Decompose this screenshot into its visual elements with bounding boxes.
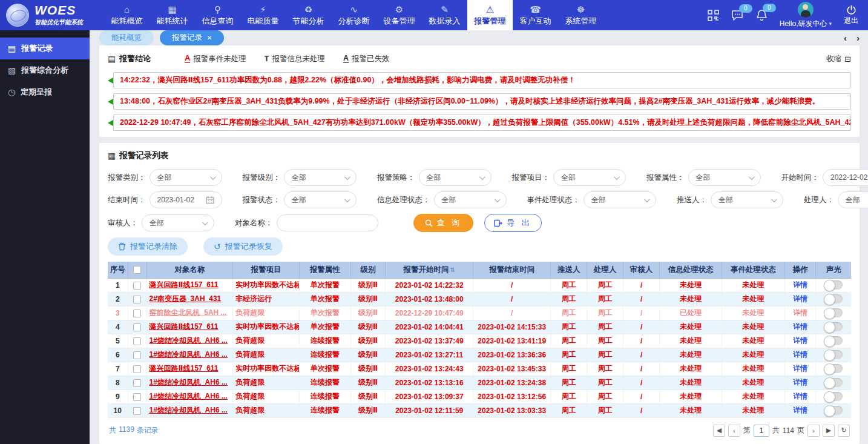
- object-name-link[interactable]: 潞兴回路Ⅱ线157_611: [150, 364, 219, 373]
- export-button[interactable]: 导 出: [484, 214, 542, 232]
- restore-records-button[interactable]: ↺ 报警记录恢复: [203, 237, 283, 256]
- filter-control[interactable]: 全部: [150, 169, 222, 186]
- row-checkbox[interactable]: [133, 323, 141, 331]
- filter-control[interactable]: 全部: [284, 191, 357, 208]
- alert-legend-item[interactable]: A 报警已失效: [343, 54, 390, 64]
- detail-link[interactable]: 详情: [793, 406, 807, 414]
- detail-link[interactable]: 详情: [793, 322, 807, 331]
- filter-control[interactable]: 全部: [711, 191, 783, 208]
- refresh-icon[interactable]: ↻: [838, 425, 850, 437]
- sound-light-toggle[interactable]: [824, 364, 843, 373]
- row-checkbox[interactable]: [133, 351, 141, 359]
- filter-control[interactable]: 全部: [419, 169, 492, 186]
- sort-icon[interactable]: ⇅: [450, 267, 455, 273]
- page-unit: 页: [797, 425, 804, 436]
- sound-light-toggle[interactable]: [824, 392, 843, 401]
- row-checkbox[interactable]: [133, 296, 141, 303]
- nav-item[interactable]: ▦ 能耗统计: [150, 0, 195, 30]
- first-page-button[interactable]: ◀: [713, 425, 725, 437]
- alert-legend-item[interactable]: A 报警事件未处理: [185, 54, 246, 64]
- filter-control[interactable]: 2022-12-02: [823, 169, 868, 186]
- nav-item[interactable]: ☸ 系统管理: [558, 0, 603, 30]
- sound-light-toggle[interactable]: [824, 308, 843, 317]
- filter-control[interactable]: 全部: [553, 169, 626, 186]
- sound-light-toggle[interactable]: [824, 378, 843, 387]
- row-checkbox[interactable]: [133, 282, 141, 290]
- detail-link[interactable]: 详情: [793, 350, 807, 359]
- row-checkbox[interactable]: [133, 365, 141, 373]
- nav-item[interactable]: ⚠ 报警管理: [467, 0, 513, 30]
- page-input[interactable]: 1: [754, 425, 769, 437]
- filter-control[interactable]: 全部: [688, 169, 761, 186]
- detail-link[interactable]: 详情: [793, 280, 807, 289]
- sound-light-toggle[interactable]: [824, 294, 843, 303]
- sound-light-toggle[interactable]: [824, 322, 843, 331]
- row-checkbox[interactable]: [133, 407, 141, 415]
- filter-control[interactable]: 全部: [284, 169, 357, 186]
- object-name-link[interactable]: 2#南变压器_3AH_431: [150, 294, 222, 303]
- object-name-link[interactable]: 潞兴回路Ⅱ线157_611: [150, 322, 219, 331]
- alert-legend-item[interactable]: T 报警信息未处理: [265, 54, 325, 64]
- filter-control[interactable]: 全部: [584, 191, 656, 208]
- search-button[interactable]: 查 询: [413, 214, 474, 232]
- detail-link[interactable]: 详情: [793, 308, 807, 317]
- row-checkbox[interactable]: [133, 310, 141, 317]
- nav-item[interactable]: ⚡ 电能质量: [240, 0, 286, 30]
- row-checkbox[interactable]: [133, 337, 141, 345]
- sound-light-toggle[interactable]: [824, 350, 843, 359]
- nav-item[interactable]: ☎ 客户互动: [513, 0, 558, 30]
- page-tab[interactable]: 能耗概览: [99, 30, 154, 45]
- object-name-link[interactable]: 窑前除尘北风机_5AH ...: [150, 308, 227, 317]
- sound-light-toggle[interactable]: [824, 406, 843, 415]
- object-name-link[interactable]: 1#烧结冷却风机_AH6 ...: [150, 336, 228, 345]
- qr-code-icon[interactable]: [708, 10, 719, 21]
- sidebar-item[interactable]: ▤ 报警记录: [0, 38, 90, 59]
- detail-link[interactable]: 详情: [793, 336, 807, 345]
- clear-records-button[interactable]: 报警记录清除: [108, 237, 188, 256]
- sound-light-toggle[interactable]: [824, 336, 843, 345]
- last-page-button[interactable]: ▶: [823, 425, 835, 437]
- detail-link[interactable]: 详情: [793, 378, 807, 386]
- detail-link[interactable]: 详情: [793, 364, 807, 373]
- detail-link[interactable]: 详情: [793, 294, 807, 303]
- filter-control[interactable]: [277, 214, 378, 231]
- messages-button[interactable]: 0: [731, 10, 744, 21]
- filter-control[interactable]: 全部: [434, 191, 507, 208]
- next-page-button[interactable]: ›: [807, 425, 820, 437]
- filter-label: 报警属性：: [646, 173, 685, 183]
- col-start-time[interactable]: 报警开始时间⇅: [386, 262, 473, 278]
- page-tab[interactable]: 报警记录 ✕: [160, 30, 224, 45]
- cell-pusher: 周工: [551, 376, 587, 389]
- tabs-scroll-right-icon[interactable]: ›: [856, 33, 860, 42]
- user-menu[interactable]: Hello,研发中心▾: [780, 2, 832, 29]
- object-name-link[interactable]: 1#烧结冷却风机_AH6 ...: [150, 406, 228, 414]
- select-all-checkbox[interactable]: [133, 266, 141, 274]
- sound-light-toggle[interactable]: [824, 280, 843, 290]
- object-name-link[interactable]: 1#烧结冷却风机_AH6 ...: [150, 378, 228, 386]
- filter-control[interactable]: 全部: [142, 214, 214, 231]
- logout-button[interactable]: 退出: [844, 5, 858, 26]
- tabs-scroll-left-icon[interactable]: ‹: [844, 33, 847, 42]
- nav-item[interactable]: ⌂ 能耗概览: [104, 0, 150, 30]
- filter-control[interactable]: 全部: [838, 191, 868, 208]
- filter-control[interactable]: 2023-01-02: [150, 191, 222, 208]
- object-name-link[interactable]: 潞兴回路Ⅱ线157_611: [150, 280, 219, 289]
- nav-item[interactable]: ✎ 数据录入: [422, 0, 467, 30]
- nav-item[interactable]: ⚲ 信息查询: [195, 0, 240, 30]
- nav-item[interactable]: ♻ 节能分析: [286, 0, 331, 30]
- nav-item[interactable]: ⚙ 设备管理: [376, 0, 422, 30]
- notifications-button[interactable]: 0: [756, 9, 768, 21]
- sidebar-item[interactable]: ◷ 定期呈报: [0, 81, 90, 103]
- object-name-link[interactable]: 1#烧结冷却风机_AH6 ...: [150, 350, 228, 359]
- prev-page-button[interactable]: ‹: [728, 425, 740, 437]
- tab-close-icon[interactable]: ✕: [207, 35, 212, 41]
- nav-item-label: 设备管理: [384, 17, 415, 25]
- nav-item[interactable]: ∿ 分析诊断: [331, 0, 376, 30]
- row-checkbox[interactable]: [133, 379, 141, 387]
- object-name-link[interactable]: 1#烧结冷却风机_AH6 ...: [150, 392, 228, 400]
- detail-link[interactable]: 详情: [793, 392, 807, 400]
- restore-icon: ↺: [214, 242, 221, 251]
- collapse-button[interactable]: 收缩 ⊟: [826, 54, 851, 64]
- row-checkbox[interactable]: [133, 393, 141, 401]
- sidebar-item[interactable]: ▧ 报警综合分析: [0, 59, 90, 81]
